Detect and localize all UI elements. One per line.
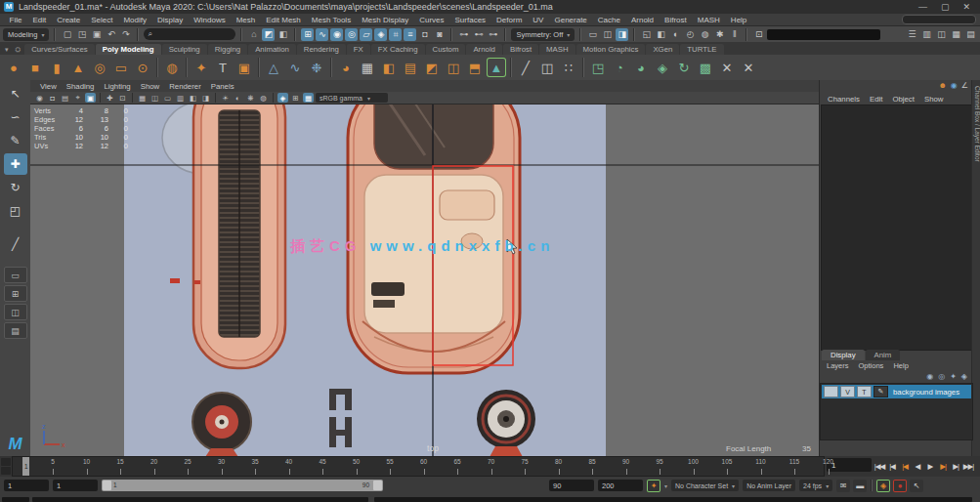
close-button[interactable]: ✕ (962, 0, 970, 14)
boolean-difference-icon[interactable]: ◔ (610, 58, 629, 77)
layer-toggle-2[interactable]: T (857, 386, 872, 397)
snap-magnet-icon[interactable]: ⌗ (389, 28, 402, 41)
menu-generate[interactable]: Generate (549, 16, 592, 24)
symmetry-selector[interactable]: Symmetry: Off▾ (511, 28, 575, 41)
hypershade-icon[interactable]: ⊡ (752, 28, 765, 41)
step-forward-key-button[interactable]: ▶| (937, 462, 949, 471)
go-to-end-button[interactable]: ▶▶| (962, 462, 974, 471)
image-plane-icon[interactable]: ▣ (85, 93, 96, 103)
gate-mask-icon[interactable]: ▭ (162, 93, 173, 103)
make-live-icon[interactable]: ◈ (374, 28, 387, 41)
workspace-selector[interactable] (902, 15, 976, 24)
layout-four-pane-button[interactable]: ⊞ (4, 285, 27, 302)
layer-move-up-icon[interactable]: ◉ (926, 372, 933, 381)
minimize-button[interactable]: — (918, 0, 927, 14)
menu-mesh-tools[interactable]: Mesh Tools (306, 16, 356, 24)
bridge-icon[interactable]: ◫ (444, 58, 463, 77)
insert-edge-loop-icon[interactable]: ◫ (537, 58, 557, 77)
render-current-frame-icon[interactable]: ◧ (655, 28, 667, 41)
shelf-tab-turtle[interactable]: TURTLE (680, 44, 723, 55)
play-backwards-button[interactable]: ◀ (912, 462, 923, 471)
poly-torus-icon[interactable]: ◎ (90, 58, 109, 77)
animation-end-field[interactable]: 200 (598, 480, 643, 491)
menu-file[interactable]: File (4, 16, 27, 24)
sphere-project-icon[interactable]: ◍ (162, 58, 182, 77)
attribute-editor-toggle-icon[interactable]: ◫ (935, 28, 948, 41)
lock-camera-icon[interactable]: ◘ (47, 93, 58, 103)
character-set-selector[interactable]: No Character Set▾ (671, 480, 739, 491)
lock-selection-icon[interactable]: ◘ (418, 28, 431, 41)
lasso-select-tool[interactable]: ∽ (4, 106, 27, 128)
type-box-icon[interactable]: ▣ (234, 58, 254, 77)
prompt-field[interactable] (767, 29, 880, 40)
input-connections-icon[interactable]: ⊶ (457, 28, 470, 41)
menu-select[interactable]: Select (86, 16, 118, 24)
layer-editor-menu-options[interactable]: Options (855, 361, 888, 370)
shadows-icon[interactable]: ◐ (233, 93, 243, 103)
menu-cache[interactable]: Cache (592, 16, 625, 24)
shelf-tab-sculpting[interactable]: Sculpting (162, 44, 207, 55)
select-component-icon[interactable]: ◧ (277, 28, 289, 41)
shelf-tab-arnold[interactable]: Arnold (466, 44, 502, 55)
shelf-tab-animation[interactable]: Animation (248, 44, 296, 55)
panel-menu-shading[interactable]: Shading (62, 82, 100, 91)
extrude-icon[interactable]: ⬒ (465, 58, 485, 77)
poly-cylinder-icon[interactable]: ▮ (47, 58, 66, 77)
layer-color-swatch[interactable]: ✎ (873, 386, 888, 397)
shelf-tab-mash[interactable]: MASH (539, 44, 575, 55)
channel-box-menu-edit[interactable]: Edit (866, 95, 886, 104)
new-layer-from-selected-icon[interactable]: ◈ (961, 372, 967, 381)
menu-mash[interactable]: MASH (692, 16, 725, 24)
menu-windows[interactable]: Windows (189, 16, 231, 24)
last-tool-used[interactable]: ╱ (4, 233, 27, 255)
retopologize-icon[interactable]: ↻ (674, 58, 694, 77)
shelf-tab-motion-graphics[interactable]: Motion Graphics (576, 44, 646, 55)
time-slider-track[interactable]: 5101520253035404550556065707580859095100… (12, 456, 825, 477)
select-camera-icon[interactable]: ◉ (34, 93, 45, 103)
menu-edit-mesh[interactable]: Edit Mesh (261, 16, 307, 24)
arnold-renderview-icon[interactable]: ◍ (699, 28, 711, 41)
menu-arnold[interactable]: Arnold (625, 16, 659, 24)
bookmarks-icon[interactable]: ⌖ (72, 93, 83, 103)
play-forwards-button[interactable]: ▶ (924, 462, 936, 471)
new-scene-icon[interactable]: ▢ (61, 28, 73, 41)
camera-attributes-icon[interactable]: ▤ (60, 93, 70, 103)
render-sequence-icon[interactable]: ◴ (684, 28, 697, 41)
remesh-icon[interactable]: ▩ (696, 58, 715, 77)
menu-surfaces[interactable]: Surfaces (449, 16, 491, 24)
layer-toggle-1[interactable]: V (840, 386, 855, 397)
shelf-tab-curves-surfaces[interactable]: Curves/Surfaces (24, 44, 95, 55)
playback-end-field[interactable]: 90 (549, 480, 594, 491)
panel-menu-view[interactable]: View (35, 82, 62, 91)
shelf-tab-rendering[interactable]: Rendering (297, 44, 346, 55)
scale-tool[interactable]: ◰ (4, 200, 27, 222)
boolean-intersect-icon[interactable]: ◕ (631, 58, 651, 77)
channel-box-toggle-icon[interactable]: ▤ (964, 28, 977, 41)
view-transform-selector[interactable]: sRGB gamma▾ (316, 93, 388, 103)
safe-title-icon[interactable]: ◨ (200, 93, 211, 103)
select-by-name-input[interactable] (155, 29, 233, 40)
snap-align-icon[interactable]: ≡ (404, 28, 416, 41)
step-back-key-button[interactable]: |◀ (899, 462, 911, 471)
range-end-handle[interactable] (373, 481, 382, 490)
viewport-canvas[interactable]: x z Verts480Edges12130Faces660Tris10100U… (30, 105, 819, 456)
playback-start-field[interactable]: 1 (53, 480, 98, 491)
layer-row[interactable]: VT✎background images (822, 385, 971, 398)
playblast-icon[interactable]: ▬ (853, 480, 867, 492)
menu-curves[interactable]: Curves (414, 16, 449, 24)
panel-menu-panels[interactable]: Panels (206, 82, 239, 91)
layer-editor-menu-layers[interactable]: Layers (823, 361, 853, 370)
2d-pan-zoom-icon[interactable]: ✚ (105, 93, 115, 103)
construction-plane-icon[interactable]: △ (264, 58, 283, 77)
current-time-marker[interactable]: 1 (22, 457, 29, 476)
snap-grid-icon[interactable]: ⊞ (301, 28, 314, 41)
combine-icon[interactable]: ◕ (336, 58, 356, 77)
poly-sphere-icon[interactable]: ● (4, 58, 23, 77)
poly-plane-icon[interactable]: ▭ (111, 58, 131, 77)
layer-editor-menu-help[interactable]: Help (889, 361, 912, 370)
animation-start-field[interactable]: 1 (4, 480, 49, 491)
delete-all-history-icon[interactable]: ✕ (739, 58, 758, 77)
layer-editor-tab-anim[interactable]: Anim (866, 350, 901, 360)
panel-layout-icon[interactable]: ◫ (601, 28, 614, 41)
ambient-occlusion-icon[interactable]: ◍ (258, 93, 269, 103)
